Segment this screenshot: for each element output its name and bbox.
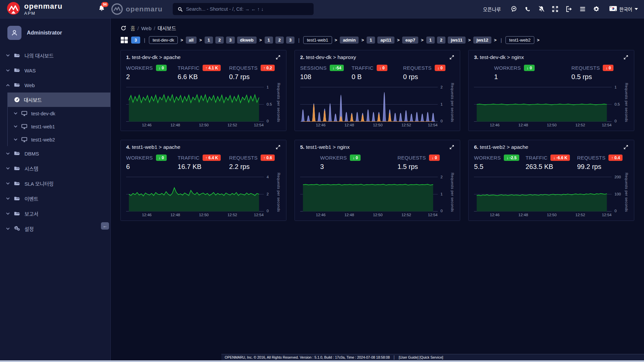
card-expand-icon[interactable]	[275, 144, 281, 150]
metric-label: WORKERS	[126, 155, 153, 161]
filter-count-chip[interactable]: 3	[131, 37, 140, 44]
metric-workers: WORKERS↓ 02	[126, 65, 178, 81]
filter-chip-2[interactable]: 2	[275, 37, 284, 44]
refresh-icon[interactable]	[120, 25, 126, 31]
chat-icon[interactable]	[511, 6, 517, 12]
filter-bar: 3|test-dev-dk>all>123dkweb>123|test1-web…	[111, 33, 644, 45]
sidebar-item-sla-monitoring[interactable]: SLA 모니터링	[0, 176, 110, 191]
current-user-label[interactable]: 오픈나루	[483, 6, 501, 13]
filter-chip-eap7[interactable]: eap7	[402, 37, 418, 44]
chart-plot-area: 12:4612:4812:5012:5212:54	[474, 174, 612, 212]
metric-delta-badge: ↓ 0	[377, 65, 387, 71]
card-metrics: WORKERS↓ -2.55.5TRAFFIC↓ -6.6 K263.5 KBR…	[474, 155, 629, 171]
x-axis-tick-label: 12:48	[170, 123, 180, 127]
metric-delta-badge: ↑ 4.1 K	[203, 65, 221, 71]
filter-chip-2[interactable]: 2	[437, 37, 445, 44]
sidebar-user[interactable]: Administrator	[0, 18, 110, 43]
card-expand-icon[interactable]	[275, 55, 281, 60]
filter-chip-admin[interactable]: admin	[340, 37, 359, 44]
metric-label: WORKERS	[126, 65, 153, 71]
sidebar-item-reports[interactable]: 보고서	[0, 206, 110, 221]
filter-chip-api11[interactable]: api11	[377, 37, 394, 44]
filter-chip-3[interactable]: 3	[226, 37, 234, 44]
card-metrics: WORKERS↓ 06TRAFFIC↑ 6.4 K16.7 KBREQUESTS…	[126, 155, 281, 171]
filter-chip-2[interactable]: 2	[215, 37, 224, 44]
metric-delta-badge: ↓ 0	[350, 155, 361, 161]
language-selector[interactable]: 한국어	[609, 6, 638, 12]
sidebar-item-settings[interactable]: 설정	[0, 221, 110, 236]
chevron-down-icon	[6, 153, 10, 155]
filter-separator: |	[144, 38, 145, 43]
filter-chip-jws12[interactable]: jws12	[473, 37, 491, 44]
folder-icon	[14, 195, 20, 202]
breadcrumb-item-0[interactable]: 홈	[130, 25, 135, 31]
chevron-down-icon	[6, 54, 10, 57]
filter-chip-all[interactable]: all	[186, 37, 197, 44]
chart-plot-area: 12:4612:4812:5012:5212:54	[126, 174, 264, 212]
monitor-icon	[21, 123, 28, 130]
bell-slash-icon[interactable]	[538, 6, 545, 12]
metric-label: REQUESTS	[229, 65, 258, 71]
sidebar-item-dbms[interactable]: DBMS	[0, 146, 110, 161]
sidebar-item-events[interactable]: 이벤트	[0, 191, 110, 206]
sidebar-item-my-dashboard[interactable]: 나의 대시보드	[0, 48, 110, 63]
card-expand-icon[interactable]	[623, 144, 629, 150]
search-input[interactable]	[186, 6, 309, 12]
sidebar-item-was[interactable]: WAS	[0, 63, 110, 78]
metric-traffic: TRAFFIC↑ 6.4 K16.7 KB	[178, 155, 229, 171]
filter-chip-1[interactable]: 1	[426, 37, 435, 44]
menu-icon[interactable]	[579, 6, 586, 12]
metric-delta-badge: ↑ 0.6	[261, 155, 275, 161]
filter-chip-1[interactable]: 1	[367, 37, 375, 44]
filter-host-chip-test1-web2[interactable]: test1-web2	[505, 36, 534, 44]
sidebar-item-label: 설정	[24, 225, 34, 232]
filter-chip-1[interactable]: 1	[265, 37, 273, 44]
filter-chip-3[interactable]: 3	[286, 37, 294, 44]
x-axis-tick-label: 12:48	[170, 213, 180, 217]
card-metrics: SESSIONS↓ -54108TRAFFIC↓ 00 BREQUESTS↓ 0…	[300, 65, 455, 81]
filter-host-chip-test1-web1[interactable]: test1-web1	[303, 36, 332, 44]
filter-chip-dkweb[interactable]: dkweb	[237, 37, 257, 44]
sidebar-item-web[interactable]: Web	[0, 78, 110, 93]
expand-icon[interactable]	[552, 6, 558, 12]
filter-host-chip-test-dev-dk[interactable]: test-dev-dk	[149, 36, 178, 44]
metric-value: 2	[126, 73, 178, 81]
dashboard-card-3: 3. test-dev-dk > nginxWORKERS↓ 01REQUEST…	[468, 50, 634, 131]
chevron-right-icon: >	[180, 38, 183, 43]
card-title: 1. test-dev-dk > apache	[126, 54, 180, 60]
card-chart: 12:4612:4812:5012:5212:54012Requests per…	[300, 84, 455, 129]
x-axis-tick-label: 12:46	[316, 213, 326, 217]
metric-sessions: SESSIONS↓ -54108	[300, 65, 352, 81]
grid-layout-icon[interactable]	[120, 37, 128, 44]
sign-out-icon[interactable]	[566, 6, 572, 12]
gear-icon[interactable]	[593, 6, 600, 12]
card-expand-icon[interactable]	[449, 144, 454, 150]
notifications-bell-button[interactable]: 94	[98, 4, 105, 14]
metric-traffic: TRAFFIC↓ 00 B	[352, 65, 403, 81]
metric-value: 6.6 KB	[178, 73, 229, 81]
sidebar-collapse-button[interactable]: ←	[101, 222, 109, 230]
sidebar-item-label: test-dev-dk	[31, 111, 55, 116]
sidebar-item-test-dev-dk[interactable]: test-dev-dk	[8, 107, 110, 120]
header-actions: 오픈나루 한국어	[483, 6, 644, 13]
filter-chip-jws11[interactable]: jws11	[448, 37, 466, 44]
sidebar-item-test1-web2[interactable]: test1-web2	[8, 133, 110, 146]
breadcrumb-item-1[interactable]: Web	[141, 25, 152, 31]
sidebar-item-system[interactable]: 시스템	[0, 161, 110, 176]
sidebar-item-label: test1-web1	[31, 124, 55, 129]
card-expand-icon[interactable]	[449, 55, 454, 60]
filter-chip-1[interactable]: 1	[205, 37, 213, 44]
chevron-down-icon	[6, 197, 10, 200]
card-metrics: WORKERS↓ 02TRAFFIC↑ 4.1 K6.6 KBREQUESTS↑…	[126, 65, 281, 81]
card-metrics: WORKERS↓ 01REQUESTS↓ 00.5 rps	[474, 65, 629, 81]
y-axis-title: Requests per seconds	[276, 173, 281, 219]
sidebar-item-dashboard[interactable]: 대시보드	[8, 93, 110, 107]
footer-links[interactable]: [User Guide] [Quick Service]	[399, 355, 443, 359]
card-expand-icon[interactable]	[623, 55, 629, 60]
app-logo[interactable]: openmaru APM	[0, 2, 94, 16]
x-axis-tick-label: 12:54	[602, 123, 611, 127]
phone-icon[interactable]	[524, 6, 531, 12]
sidebar-item-test1-web1[interactable]: test1-web1	[8, 120, 110, 133]
metric-value: 2.2 rps	[229, 163, 281, 171]
chevron-down-icon	[6, 228, 10, 230]
